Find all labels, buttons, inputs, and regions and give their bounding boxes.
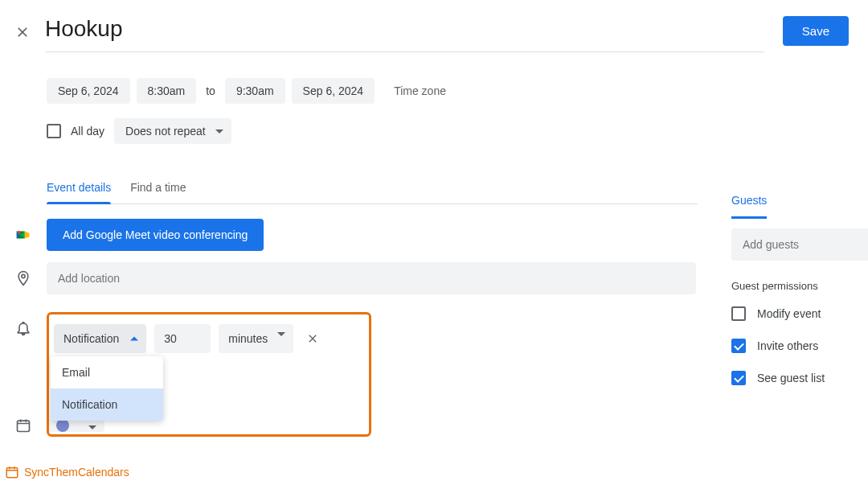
start-date-select[interactable]: Sep 6, 2024 <box>47 78 130 104</box>
watermark-icon <box>5 465 19 479</box>
tab-event-details[interactable]: Event details <box>47 181 111 203</box>
chevron-down-icon <box>215 129 223 134</box>
see-guest-list-checkbox[interactable] <box>731 371 746 385</box>
tab-find-time[interactable]: Find a time <box>130 181 186 203</box>
start-time-select[interactable]: 8:30am <box>137 78 197 104</box>
add-meet-button[interactable]: Add Google Meet video conferencing <box>47 219 264 251</box>
notification-unit-select[interactable]: minutes <box>219 324 293 353</box>
notification-type-label: Notification <box>63 332 119 345</box>
svg-point-0 <box>22 274 25 277</box>
dropdown-option-email[interactable]: Email <box>51 356 163 388</box>
dropdown-option-notification[interactable]: Notification <box>51 388 163 421</box>
notification-type-select[interactable]: Notification <box>54 324 146 353</box>
invite-others-checkbox[interactable] <box>731 339 746 353</box>
invite-others-label: Invite others <box>757 339 818 352</box>
chevron-up-icon <box>130 337 138 341</box>
location-icon <box>0 270 47 286</box>
chevron-down-icon <box>277 332 285 336</box>
watermark-text: SyncThemCalendars <box>24 466 129 479</box>
close-icon <box>14 24 31 40</box>
remove-notification-button[interactable] <box>305 331 321 347</box>
notification-type-dropdown: Email Notification <box>51 356 163 421</box>
notification-value-input[interactable] <box>154 324 211 353</box>
end-time-select[interactable]: 9:30am <box>225 78 285 104</box>
save-button[interactable]: Save <box>783 16 849 46</box>
repeat-select[interactable]: Does not repeat <box>114 118 231 144</box>
event-title-input[interactable] <box>45 13 764 51</box>
timezone-link[interactable]: Time zone <box>394 84 446 97</box>
svg-rect-2 <box>6 468 18 478</box>
modify-event-label: Modify event <box>757 307 821 320</box>
modify-event-checkbox[interactable] <box>731 306 746 321</box>
tab-guests[interactable]: Guests <box>731 194 767 219</box>
end-date-select[interactable]: Sep 6, 2024 <box>292 78 375 104</box>
notification-unit-label: minutes <box>228 332 268 345</box>
all-day-checkbox[interactable] <box>47 124 61 138</box>
close-icon <box>306 332 319 345</box>
see-guest-list-label: See guest list <box>757 372 825 384</box>
location-input[interactable] <box>47 262 696 294</box>
all-day-label: All day <box>71 125 104 138</box>
close-button[interactable] <box>13 23 32 42</box>
to-label: to <box>206 84 215 97</box>
notification-icon <box>0 306 47 336</box>
meet-icon <box>0 228 47 242</box>
repeat-label: Does not repeat <box>125 125 206 138</box>
watermark: SyncThemCalendars <box>5 465 129 479</box>
notification-highlight-box: Notification minutes Email Notification <box>47 312 371 437</box>
add-guests-input[interactable] <box>731 228 868 261</box>
guest-permissions-title: Guest permissions <box>731 280 868 292</box>
